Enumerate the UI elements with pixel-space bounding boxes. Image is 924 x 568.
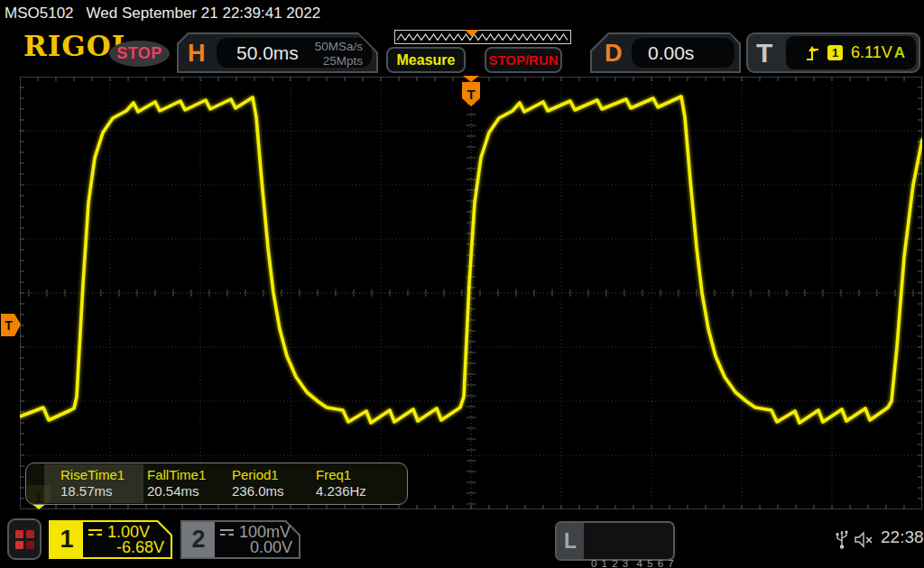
- trigger-mode: A: [894, 44, 905, 62]
- trigger-key: T: [756, 38, 772, 69]
- header-bar: RIGOL STOP H 50.0ms 50MSa/s 25Mpts Measu: [0, 27, 924, 77]
- acquisition-state-indicator: STOP: [109, 41, 170, 67]
- measurement-item[interactable]: RiseTime1 18.57ms: [60, 467, 147, 499]
- dc-coupling-icon: [220, 529, 234, 536]
- measurement-item[interactable]: Period1 236.0ms: [232, 467, 316, 499]
- trigger-level-value: 6.11V: [851, 43, 892, 62]
- delay-value: 0.00s: [648, 42, 694, 64]
- channel1-number: 1: [51, 522, 83, 557]
- logic-row1: 0 1 2 3 4 5 6 7: [591, 556, 695, 568]
- rising-edge-icon: [806, 44, 819, 61]
- dc-coupling-icon: [88, 529, 102, 536]
- speaker-muted-icon: [854, 531, 875, 548]
- stop-run-button[interactable]: STOP/RUN: [485, 47, 562, 73]
- horizontal-key: H: [188, 40, 206, 68]
- trigger-level-marker[interactable]: T: [1, 314, 21, 336]
- oscilloscope-screen: MSO5102 Wed September 21 22:39:41 2022 R…: [0, 0, 924, 568]
- waveform-overview-strip[interactable]: [394, 30, 571, 44]
- usb-icon: [835, 528, 849, 550]
- model-name: MSO5102: [5, 5, 74, 23]
- overview-trigger-position-icon: [465, 30, 479, 37]
- delay-block[interactable]: D 0.00s: [590, 32, 741, 73]
- measurement-panel: RiseTime1 18.57ms FallTime1 20.54ms Peri…: [25, 463, 408, 505]
- datetime-text: Wed September 21 22:39:41 2022: [87, 5, 321, 23]
- measurement-item[interactable]: FallTime1 20.54ms: [147, 467, 232, 499]
- memory-depth: 25Mpts: [315, 54, 363, 69]
- titlebar: MSO5102 Wed September 21 22:39:41 2022: [0, 0, 924, 27]
- horizontal-timebase-block[interactable]: H 50.0ms 50MSa/s 25Mpts: [177, 32, 378, 73]
- trigger-source-badge: 1: [827, 45, 843, 60]
- waveform-display: [20, 77, 922, 509]
- clock-display: 22:38: [881, 527, 924, 547]
- channel2-number: 2: [182, 522, 215, 557]
- logic-label: L: [557, 523, 584, 559]
- channel1-badge[interactable]: 1 1.00V -6.68V: [49, 520, 172, 559]
- sample-rate: 50MSa/s: [315, 40, 363, 54]
- menu-grid-icon: [15, 530, 33, 548]
- delay-key: D: [605, 40, 623, 68]
- trigger-position-arrow-icon: [463, 76, 479, 82]
- channel2-offset: 0.00V: [250, 538, 292, 557]
- measurement-item[interactable]: Freq1 4.236Hz: [316, 467, 393, 499]
- channel2-badge[interactable]: 2 100mV 0.00V: [180, 520, 300, 559]
- timebase-value: 50.0ms: [236, 42, 299, 64]
- overview-zigzag: [395, 31, 570, 43]
- logic-channels-badge[interactable]: L 0 1 2 3 4 5 6 7 8 9 1011 12131415: [555, 521, 675, 561]
- trigger-block[interactable]: T 1 6.11V A: [746, 32, 920, 73]
- channel1-offset: -6.68V: [116, 538, 164, 557]
- graticule-grid: [20, 77, 922, 509]
- acquisition-state-label: STOP: [116, 44, 162, 63]
- measure-button[interactable]: Measure: [386, 47, 466, 73]
- main-menu-button[interactable]: [7, 518, 42, 560]
- bottom-bar: 1 1.00V -6.68V 2 100mV 0.00V L 0 1 2 3 4…: [0, 509, 924, 568]
